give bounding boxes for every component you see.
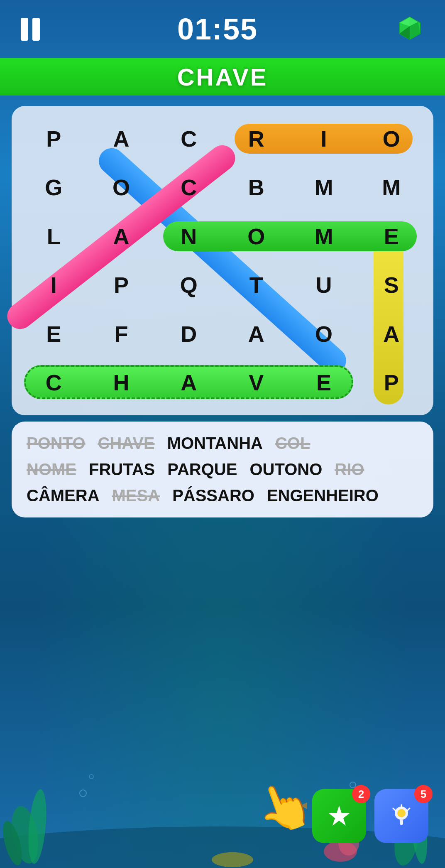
cell-2-5[interactable]: E	[357, 212, 425, 261]
word-mesa: MESA	[112, 486, 160, 505]
cell-0-5[interactable]: O	[357, 114, 425, 163]
cell-3-3[interactable]: T	[222, 261, 290, 310]
cell-5-1[interactable]: H	[88, 358, 155, 407]
bottom-buttons: 2 5	[312, 789, 428, 843]
cell-1-2[interactable]: C	[155, 163, 222, 212]
gem-button[interactable]	[395, 14, 424, 44]
svg-point-22	[397, 809, 406, 817]
gem-icon	[395, 14, 424, 43]
star-icon	[325, 802, 354, 831]
word-ponto: PONTO	[27, 434, 86, 453]
cell-1-4[interactable]: M	[290, 163, 358, 212]
cell-0-3[interactable]: R	[222, 114, 290, 163]
word-banner: CHAVE	[0, 58, 445, 96]
word-rio: RIO	[335, 460, 364, 479]
cell-2-3[interactable]: O	[222, 212, 290, 261]
svg-line-25	[393, 808, 395, 810]
cell-4-1[interactable]: F	[88, 309, 155, 358]
cell-1-0[interactable]: G	[20, 163, 88, 212]
cell-4-4[interactable]: O	[290, 309, 358, 358]
cell-4-3[interactable]: A	[222, 309, 290, 358]
pause-bar-left	[21, 18, 28, 41]
cell-2-0[interactable]: L	[20, 212, 88, 261]
word-parque: PARQUE	[167, 460, 237, 479]
cell-5-3[interactable]: V	[222, 358, 290, 407]
word-montanha: MONTANHA	[167, 434, 263, 453]
svg-point-8	[212, 852, 253, 867]
cell-0-2[interactable]: C	[155, 114, 222, 163]
pause-bar-right	[32, 18, 40, 41]
word-row-1: PONTO CHAVE MONTANHA COL	[27, 434, 418, 453]
letter-grid: P A C R I O G O C B M M L A N O M E I P …	[20, 114, 425, 407]
cell-0-1[interactable]: A	[88, 114, 155, 163]
cell-5-5[interactable]: P	[357, 358, 425, 407]
cell-1-1[interactable]: O	[88, 163, 155, 212]
banner-word: CHAVE	[177, 63, 268, 91]
word-chave: CHAVE	[98, 434, 155, 453]
hint-icon	[387, 802, 416, 831]
word-engenheiro: ENGENHEIRO	[267, 486, 379, 505]
cell-3-0[interactable]: I	[20, 261, 88, 310]
hint-badge: 5	[414, 785, 433, 803]
word-passaro: PÁSSARO	[172, 486, 254, 505]
star-badge: 2	[352, 785, 370, 803]
cell-5-2[interactable]: A	[155, 358, 222, 407]
word-row-2: NOME FRUTAS PARQUE OUTONO RIO	[27, 460, 418, 479]
cell-5-0[interactable]: C	[20, 358, 88, 407]
cell-3-2[interactable]: Q	[155, 261, 222, 310]
word-nome: NOME	[27, 460, 76, 479]
word-list: PONTO CHAVE MONTANHA COL NOME FRUTAS PAR…	[12, 422, 433, 517]
cell-1-5[interactable]: M	[357, 163, 425, 212]
cell-4-0[interactable]: E	[20, 309, 88, 358]
cell-3-4[interactable]: U	[290, 261, 358, 310]
cell-2-4[interactable]: M	[290, 212, 358, 261]
star-button[interactable]: 2	[312, 789, 366, 843]
cell-0-4[interactable]: I	[290, 114, 358, 163]
cell-2-2[interactable]: N	[155, 212, 222, 261]
cell-0-0[interactable]: P	[20, 114, 88, 163]
word-row-3: CÂMERA MESA PÁSSARO ENGENHEIRO	[27, 486, 418, 505]
cell-5-4[interactable]: E	[290, 358, 358, 407]
word-frutas: FRUTAS	[89, 460, 155, 479]
svg-point-12	[89, 775, 93, 779]
cell-3-1[interactable]: P	[88, 261, 155, 310]
cell-3-5[interactable]: S	[357, 261, 425, 310]
timer: 01:55	[177, 12, 258, 46]
cell-4-2[interactable]: D	[155, 309, 222, 358]
cell-4-5[interactable]: A	[357, 309, 425, 358]
svg-marker-19	[329, 806, 350, 826]
word-camera: CÂMERA	[27, 486, 100, 505]
cell-1-3[interactable]: B	[222, 163, 290, 212]
svg-line-24	[408, 808, 410, 810]
svg-rect-21	[400, 820, 403, 825]
word-outono: OUTONO	[249, 460, 322, 479]
svg-point-11	[80, 790, 86, 797]
pause-button[interactable]	[21, 18, 40, 41]
header: 01:55	[0, 0, 445, 58]
cell-2-1[interactable]: A	[88, 212, 155, 261]
hint-button[interactable]: 5	[374, 789, 428, 843]
word-col: COL	[275, 434, 310, 453]
letter-grid-container: P A C R I O G O C B M M L A N O M E I P …	[12, 106, 433, 415]
